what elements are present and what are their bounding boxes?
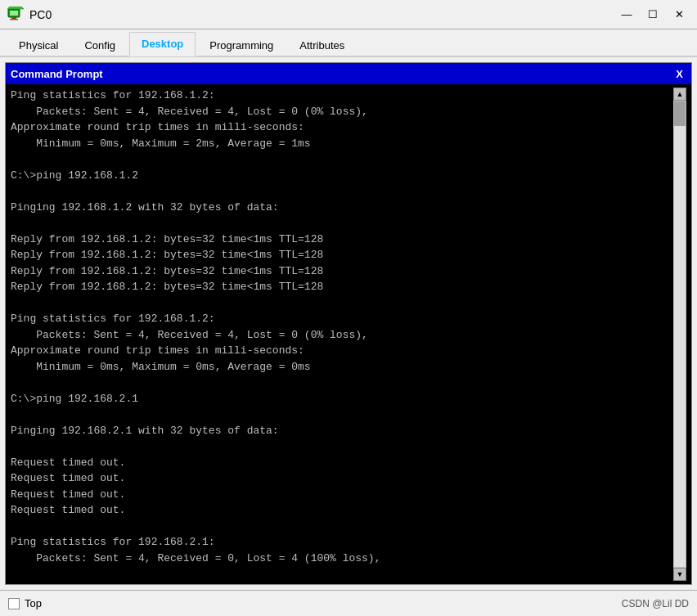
cmd-scrollbar[interactable]: ▲ ▼ — [673, 88, 686, 581]
cmd-output: Ping statistics for 192.168.1.2: Packets… — [11, 88, 673, 581]
tab-physical[interactable]: Physical — [7, 34, 70, 56]
scrollbar-thumb[interactable] — [674, 101, 686, 126]
close-button[interactable]: ✕ — [668, 5, 690, 25]
tab-bar: Physical Config Desktop Programming Attr… — [0, 29, 697, 57]
main-area: Command Prompt X Ping statistics for 192… — [0, 57, 697, 590]
cmd-window: Command Prompt X Ping statistics for 192… — [5, 62, 692, 585]
cmd-title-label: Command Prompt — [11, 68, 103, 80]
tab-attributes[interactable]: Attributes — [287, 34, 357, 56]
maximize-button[interactable]: ☐ — [641, 5, 664, 25]
window-title: PC0 — [29, 8, 615, 21]
scrollbar-track[interactable] — [674, 101, 686, 567]
tab-config[interactable]: Config — [72, 34, 128, 56]
tab-programming[interactable]: Programming — [197, 34, 286, 56]
window-controls: — ☐ ✕ — [615, 5, 690, 25]
scrollbar-down-button[interactable]: ▼ — [673, 568, 686, 581]
cmd-content[interactable]: Ping statistics for 192.168.1.2: Packets… — [11, 88, 673, 581]
svg-marker-4 — [7, 7, 24, 9]
top-label: Top — [25, 597, 42, 609]
cmd-body: Ping statistics for 192.168.1.2: Packets… — [6, 84, 691, 584]
minimize-button[interactable]: — — [615, 5, 638, 25]
svg-rect-3 — [10, 19, 18, 20]
cmd-title-bar: Command Prompt X — [6, 63, 691, 84]
tab-desktop[interactable]: Desktop — [129, 32, 196, 56]
status-bar: Top CSDN @Lil DD — [0, 590, 697, 616]
svg-rect-2 — [11, 17, 16, 19]
status-left: Top — [8, 597, 42, 609]
top-checkbox[interactable] — [8, 598, 20, 609]
svg-rect-1 — [10, 11, 18, 16]
title-bar: PC0 — ☐ ✕ — [0, 0, 697, 29]
app-icon — [7, 6, 25, 24]
scrollbar-up-button[interactable]: ▲ — [673, 88, 686, 101]
watermark: CSDN @Lil DD — [622, 598, 689, 609]
cmd-close-button[interactable]: X — [672, 68, 686, 80]
